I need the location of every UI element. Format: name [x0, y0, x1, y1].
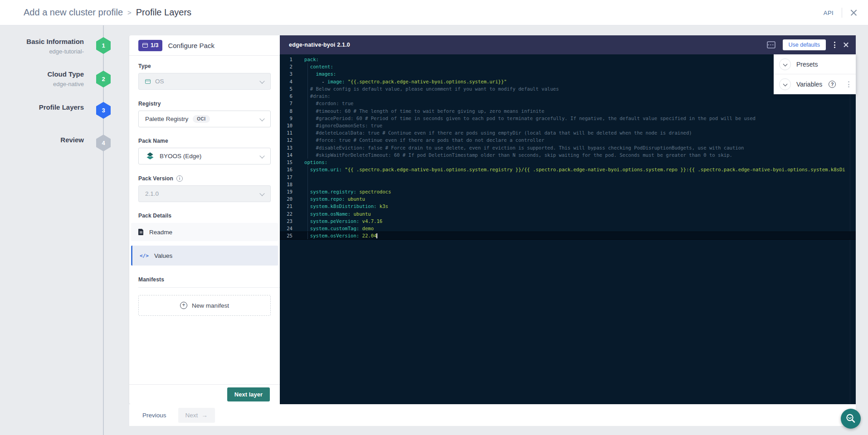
code-line-7[interactable]: 7 #cordon: true — [280, 100, 856, 107]
split-view-icon[interactable] — [767, 41, 775, 48]
line-number: 4 — [280, 78, 293, 85]
info-icon[interactable]: i — [176, 175, 183, 182]
variables-section[interactable]: Variables ? — [774, 74, 856, 94]
next-button[interactable]: Next → — [178, 408, 215, 423]
line-number: 16 — [280, 166, 293, 173]
presets-section[interactable]: Presets — [774, 54, 856, 74]
search-smile-icon — [845, 413, 857, 425]
line-content: system.registry: spectrodocs — [304, 188, 391, 195]
stepper-badge-3[interactable]: 3 — [96, 102, 111, 119]
code-line-25[interactable]: 25 system.osVersion: 22.04 — [280, 232, 856, 239]
line-content: content: — [304, 63, 333, 70]
code-line-5[interactable]: 5 # Below config is default value, pleas… — [280, 85, 856, 92]
line-content: system.peVersion: v4.7.16 — [304, 218, 382, 225]
code-line-11[interactable]: 11 #deleteLocalData: true # Continue eve… — [280, 129, 856, 136]
stepper-badge-2[interactable]: 2 — [96, 71, 111, 87]
code-line-17[interactable]: 17 — [280, 174, 856, 181]
editor-close-icon[interactable] — [844, 43, 848, 48]
code-line-15[interactable]: 15options: — [280, 159, 856, 166]
registry-select[interactable]: Palette Registry OCI — [138, 111, 271, 127]
code-line-4[interactable]: 4 - image: "{{.spectro.pack.edge-native-… — [280, 78, 856, 85]
code-line-10[interactable]: 10 #ignoreDaemonSets: true — [280, 122, 856, 129]
code-line-16[interactable]: 16 system.uri: "{{ .spectro.pack.edge-na… — [280, 166, 856, 173]
stepper-item-review[interactable]: Review — [0, 136, 84, 144]
code-line-1[interactable]: 1pack: — [280, 56, 856, 63]
code-line-3[interactable]: 3 images: — [280, 70, 856, 77]
editor-header: edge-native-byoi 2.1.0 Use defaults — [280, 35, 856, 54]
line-content: #force: true # Continue even if there ar… — [304, 136, 544, 144]
line-content: system.customTag: demo — [304, 225, 374, 232]
chevron-down-icon — [259, 78, 264, 83]
editor-title: edge-native-byoi 2.1.0 — [289, 42, 350, 48]
pack-version-select[interactable]: 2.1.0 — [138, 185, 271, 202]
stepper-badge-1[interactable]: 1 — [96, 37, 111, 54]
arrow-right-icon: → — [201, 412, 208, 419]
code-editor[interactable]: 1pack:2 content:3 images:4 - image: "{{.… — [280, 54, 856, 404]
line-number: 24 — [280, 225, 293, 232]
line-content: #disableEviction: false # Force drain to… — [304, 144, 744, 151]
pack-name-select[interactable]: BYOOS (Edge) — [138, 148, 271, 164]
type-select[interactable]: OS — [138, 73, 271, 90]
code-line-24[interactable]: 24 system.customTag: demo — [280, 225, 856, 232]
pack-layer-icon — [142, 43, 148, 48]
registry-label: Registry — [138, 101, 271, 107]
editor-side-panel: Presets Variables ? — [774, 54, 856, 94]
editor-menu-icon[interactable] — [833, 41, 836, 49]
breadcrumb: Add a new cluster profile > Profile Laye… — [24, 7, 191, 18]
wizard-footer: Previous Next → — [129, 404, 856, 426]
chevron-down-icon[interactable] — [779, 78, 791, 90]
line-number: 14 — [280, 151, 293, 159]
api-link[interactable]: API — [824, 10, 834, 16]
help-chat-button[interactable] — [841, 409, 861, 429]
line-content: #timeout: 60 # The length of time to wai… — [304, 107, 544, 115]
document-icon — [138, 229, 144, 235]
line-number: 10 — [280, 122, 293, 129]
code-line-22[interactable]: 22 system.osName: ubuntu — [280, 210, 856, 218]
manifests-label: Manifests — [138, 276, 271, 283]
line-content: #ignoreDaemonSets: true — [304, 122, 382, 129]
code-line-21[interactable]: 21 system.k8sDistribution: k3s — [280, 203, 856, 210]
line-number: 21 — [280, 203, 293, 210]
stepper-item-basic-information[interactable]: Basic Information edge-tutorial- — [0, 38, 84, 55]
code-line-23[interactable]: 23 system.peVersion: v4.7.16 — [280, 218, 856, 225]
code-line-8[interactable]: 8 #timeout: 60 # The length of time to w… — [280, 107, 856, 115]
line-number: 6 — [280, 92, 293, 100]
line-number: 1 — [280, 56, 293, 63]
help-icon[interactable]: ? — [829, 81, 836, 88]
previous-button[interactable]: Previous — [142, 412, 166, 419]
stepper-item-cloud-type[interactable]: Cloud Type edge-native — [0, 70, 84, 87]
code-line-14[interactable]: 14 #skipWaitForDeleteTimeout: 60 # If po… — [280, 151, 856, 159]
code-line-20[interactable]: 20 system.repo: ubuntu — [280, 195, 856, 203]
stepper-badge-4[interactable]: 4 — [96, 135, 111, 151]
line-content: #drain: — [304, 92, 330, 100]
readme-tab[interactable]: Readme — [131, 223, 278, 241]
chevron-down-icon — [259, 191, 264, 196]
chevron-down-icon[interactable] — [779, 58, 791, 70]
code-line-2[interactable]: 2 content: — [280, 63, 856, 70]
line-number: 15 — [280, 159, 293, 166]
code-line-18[interactable]: 18 — [280, 181, 856, 188]
line-content: #deleteLocalData: true # Continue even i… — [304, 129, 692, 136]
values-tab[interactable]: </> Values — [131, 246, 278, 266]
topbar-divider — [842, 8, 842, 18]
code-line-6[interactable]: 6 #drain: — [280, 92, 856, 100]
next-layer-button[interactable]: Next layer — [227, 387, 270, 401]
use-defaults-button[interactable]: Use defaults — [783, 39, 826, 50]
code-line-9[interactable]: 9 #gracePeriod: 60 # Period of time in s… — [280, 115, 856, 122]
os-layer-icon — [145, 79, 151, 84]
line-number: 23 — [280, 218, 293, 225]
code-line-12[interactable]: 12 #force: true # Continue even if there… — [280, 136, 856, 144]
variables-menu-icon[interactable] — [847, 80, 850, 88]
code-line-19[interactable]: 19 system.registry: spectrodocs — [280, 188, 856, 195]
line-content: - image: "{{.spectro.pack.edge-native-by… — [304, 78, 507, 85]
close-icon[interactable] — [850, 10, 857, 16]
code-line-13[interactable]: 13 #disableEviction: false # Force drain… — [280, 144, 856, 151]
line-number: 2 — [280, 63, 293, 70]
line-content: system.k8sDistribution: k3s — [304, 203, 388, 210]
breadcrumb-root-link[interactable]: Add a new cluster profile — [24, 7, 123, 18]
stepper-item-profile-layers[interactable]: Profile Layers — [0, 103, 84, 111]
new-manifest-button[interactable]: + New manifest — [138, 295, 271, 316]
line-number: 19 — [280, 188, 293, 195]
code-icon: </> — [140, 253, 149, 259]
line-number: 22 — [280, 210, 293, 218]
